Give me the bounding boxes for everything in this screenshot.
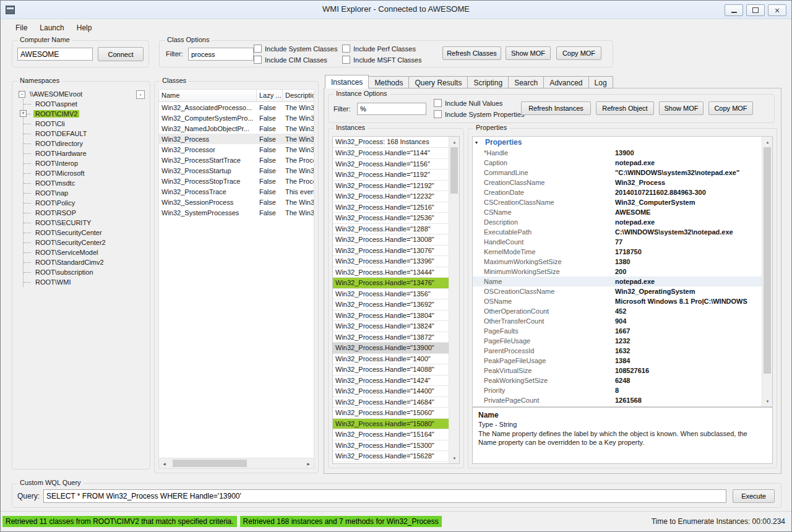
instance-filter-input[interactable]	[357, 103, 426, 115]
namespace-item[interactable]: ROOT\WMI	[24, 277, 146, 287]
instance-item[interactable]: Win32_Process.Handle="15060"	[333, 408, 449, 419]
menu-file[interactable]: File	[9, 21, 33, 35]
properties-scrollbar[interactable]: ▲ ▼	[762, 137, 772, 406]
class-row[interactable]: Win32_SessionProcess False The Win3	[159, 197, 314, 207]
namespace-item[interactable]: ROOT\Policy	[24, 198, 146, 208]
namespace-item[interactable]: ROOT\nap	[24, 188, 146, 198]
instance-item[interactable]: Win32_Process.Handle="13804"	[333, 311, 449, 322]
show-mof-button[interactable]: Show MOF	[659, 101, 704, 115]
property-row[interactable]: CreationClassName Win32_Process	[473, 178, 762, 187]
scroll-down-icon[interactable]: ▼	[449, 453, 460, 463]
instance-item[interactable]: Win32_Process.Handle="13476"	[333, 278, 449, 289]
instance-item[interactable]: Win32_Process.Handle="15300"	[333, 440, 449, 452]
instance-item[interactable]: Win32_Process.Handle="13008"	[333, 234, 449, 246]
property-row[interactable]: MinimumWorkingSetSize 200	[473, 267, 762, 277]
scrollbar-thumb[interactable]	[450, 147, 458, 194]
class-row[interactable]: Win32_ProcessStartTrace False The Proce	[159, 155, 314, 165]
execute-button[interactable]: Execute	[733, 489, 775, 503]
instance-item[interactable]: Win32_Process.Handle="13900"	[333, 343, 449, 354]
class-row[interactable]: Win32_Processor False The Win3	[159, 144, 314, 155]
instance-item[interactable]: Win32_Process.Handle="12232"	[333, 191, 449, 202]
include-null-values-checkbox[interactable]: Include Null Values	[434, 99, 502, 107]
instance-item[interactable]: Win32_Process.Handle="1192"	[333, 169, 449, 181]
instance-item[interactable]: Win32_Process.Handle="13076"	[333, 246, 449, 257]
connect-button[interactable]: Connect	[98, 47, 144, 61]
expand-icon[interactable]: +	[20, 110, 27, 117]
property-row[interactable]: Priority 8	[473, 385, 762, 395]
property-row[interactable]: HandleCount 77	[473, 237, 762, 247]
menu-launch[interactable]: Launch	[33, 21, 70, 35]
property-row[interactable]: CSName AWESOME	[473, 207, 762, 217]
scroll-down-icon[interactable]: ▼	[762, 396, 773, 406]
class-row[interactable]: Win32_Process False The Win3	[159, 134, 314, 144]
refresh-object-button[interactable]: Refresh Object	[596, 101, 654, 115]
property-row[interactable]: PrivatePageCount 1261568	[473, 395, 762, 405]
property-row[interactable]: MaximumWorkingSetSize 1380	[473, 257, 762, 267]
namespace-item[interactable]: ROOT\RSOP	[24, 208, 146, 218]
instance-item[interactable]: Win32_Process.Handle="12516"	[333, 202, 449, 213]
class-row[interactable]: Win32_ProcessStopTrace False The Proce	[159, 176, 314, 186]
instance-item[interactable]: Win32_Process.Handle="14088"	[333, 364, 449, 375]
namespace-item[interactable]: ROOT\Microsoft	[24, 168, 146, 178]
instances-scrollbar[interactable]: ▲ ▼	[449, 137, 459, 463]
instance-item[interactable]: Win32_Process.Handle="12192"	[333, 181, 449, 192]
include-system-properties-checkbox[interactable]: Include System Properties	[434, 110, 524, 118]
instance-item[interactable]: Win32_Process.Handle="14400"	[333, 386, 449, 397]
tab-query-results[interactable]: Query Results	[408, 76, 468, 88]
tab-methods[interactable]: Methods	[368, 76, 409, 88]
namespace-item[interactable]: ROOT\StandardCimv2	[24, 257, 146, 267]
property-row[interactable]: OtherTransferCount 904	[473, 316, 762, 326]
namespace-item[interactable]: ROOT\directory	[24, 139, 146, 148]
property-row[interactable]: PeakPageFileUsage 1384	[473, 356, 762, 366]
refresh-instances-button[interactable]: Refresh Instances	[521, 101, 591, 115]
class-filter-input[interactable]	[188, 48, 254, 61]
class-row[interactable]: Win32_ComputerSystemPro... False The Win…	[159, 113, 314, 123]
instance-item[interactable]: Win32_Process.Handle="1424"	[333, 375, 449, 387]
property-row[interactable]: PeakVirtualSize 108527616	[473, 366, 762, 375]
property-row[interactable]: PeakWorkingSetSize 6248	[473, 375, 762, 385]
property-row[interactable]: ParentProcessId 1632	[473, 346, 762, 356]
namespace-item[interactable]: ROOT\Hardware	[24, 148, 146, 158]
instance-item[interactable]: Win32_Process.Handle="13444"	[333, 267, 449, 278]
property-row[interactable]: OSName Microsoft Windows 8.1 Pro|C:\WIND…	[473, 296, 762, 306]
include-cim-classes-checkbox[interactable]: Include CIM Classes	[254, 56, 327, 64]
instance-item[interactable]: Win32_Process.Handle="13692"	[333, 299, 449, 311]
namespace-item[interactable]: ROOT\ServiceModel	[24, 247, 146, 257]
classes-horizontal-scrollbar[interactable]: ◀ ▶	[159, 458, 314, 468]
namespace-item[interactable]: ROOT\DEFAULT	[24, 129, 146, 139]
property-row[interactable]: Caption notepad.exe	[473, 158, 762, 168]
properties-category-row[interactable]: ▾ Properties	[473, 137, 762, 148]
instance-item[interactable]: Win32_Process.Handle="1564"	[333, 462, 449, 464]
instance-item[interactable]: Win32_Process.Handle="1400"	[333, 354, 449, 365]
tab-instances[interactable]: Instances	[325, 75, 369, 88]
copy-mof-button[interactable]: Copy MOF	[556, 46, 601, 60]
computer-name-input[interactable]	[17, 48, 93, 61]
property-row[interactable]: CSCreationClassName Win32_ComputerSystem	[473, 197, 762, 207]
class-row[interactable]: Win32_SystemProcesses False The Win3	[159, 207, 314, 218]
copy-mof-button[interactable]: Copy MOF	[708, 101, 753, 115]
include-msft-classes-checkbox[interactable]: Include MSFT Classes	[342, 56, 421, 64]
instance-item[interactable]: Win32_Process.Handle="15628"	[333, 451, 449, 462]
scroll-left-icon[interactable]: ◀	[159, 458, 170, 469]
tab-advanced[interactable]: Advanced	[543, 76, 588, 88]
class-row[interactable]: Win32_ProcessStartup False The Win3	[159, 165, 314, 176]
include-perf-classes-checkbox[interactable]: Include Perf Classes	[342, 45, 416, 53]
scrollbar-thumb[interactable]	[173, 460, 247, 467]
column-header-lazy[interactable]: Lazy ...	[257, 90, 283, 101]
property-row[interactable]: OtherOperationCount 452	[473, 306, 762, 316]
wql-query-input[interactable]	[43, 489, 726, 503]
property-row[interactable]: Description notepad.exe	[473, 217, 762, 227]
namespace-item[interactable]: ROOT\SecurityCenter2	[24, 238, 146, 247]
instance-item[interactable]: Win32_Process.Handle="1156"	[333, 159, 449, 170]
property-row[interactable]: ProcessId 13900	[473, 405, 762, 406]
instance-item[interactable]: Win32_Process.Handle="13824"	[333, 321, 449, 332]
show-mof-button[interactable]: Show MOF	[506, 46, 551, 60]
include-system-classes-checkbox[interactable]: Include System Classes	[254, 45, 337, 53]
instance-item[interactable]: Win32_Process.Handle="1288"	[333, 224, 449, 235]
class-row[interactable]: Win32_NamedJobObjectPr... False The Win3	[159, 123, 314, 134]
namespace-item[interactable]: ROOT\SECURITY	[24, 218, 146, 228]
collapse-expander-icon[interactable]: -	[19, 91, 25, 98]
tab-scripting[interactable]: Scripting	[467, 76, 509, 88]
namespace-item[interactable]: + ROOT\CIMV2	[24, 109, 146, 119]
class-row[interactable]: Win32_ProcessTrace False This even	[159, 186, 314, 197]
